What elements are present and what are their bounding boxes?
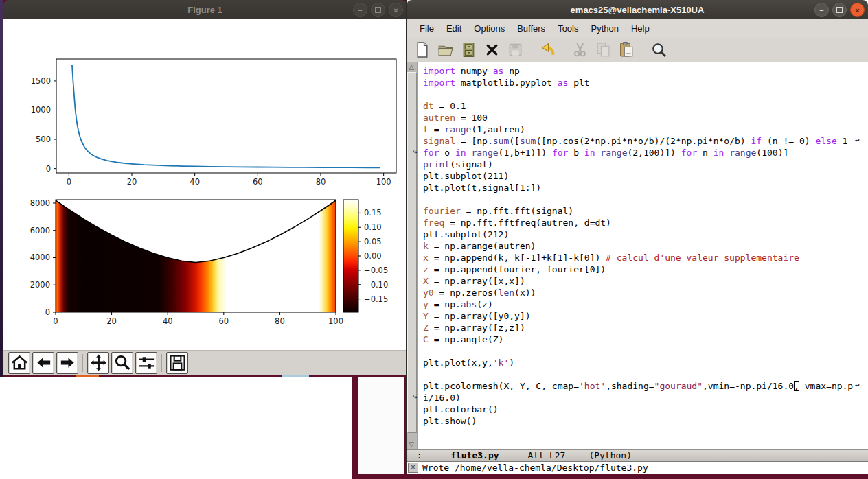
- code-line[interactable]: import matplotlib.pyplot as plt: [423, 77, 853, 89]
- code-line[interactable]: dt = 0.1: [423, 100, 853, 112]
- minibuffer-message: Wrote /home/vella-chemla/Desktop/flute3.…: [422, 463, 648, 473]
- scroll-down-icon[interactable]: ▽: [407, 441, 416, 449]
- minimize-icon[interactable]: −: [353, 3, 367, 17]
- code-line[interactable]: plt.plot(t,signal[1:]): [423, 182, 853, 194]
- code-line[interactable]: t = range(1,autren): [423, 124, 853, 135]
- code-line[interactable]: [423, 89, 853, 100]
- code-line[interactable]: signal = [np.sum([sum([np.cos(2*np.pi*n*…: [423, 135, 853, 147]
- code-line[interactable]: X = np.array([x,x]): [423, 275, 853, 287]
- open-folder-icon[interactable]: [436, 40, 455, 59]
- close-icon[interactable]: ×: [389, 3, 403, 17]
- maximize-icon[interactable]: [371, 3, 385, 17]
- back-icon[interactable]: [32, 352, 54, 374]
- minimize-icon[interactable]: −: [814, 3, 829, 17]
- line-wrap-icon: ↩: [855, 382, 860, 389]
- code-line[interactable]: C = np.angle(Z): [423, 334, 853, 345]
- save-icon[interactable]: [166, 352, 188, 374]
- background-window-right: [358, 377, 404, 474]
- code-line[interactable]: Y = np.array([y0,y]): [423, 310, 853, 322]
- svg-text:−0.10: −0.10: [364, 280, 388, 290]
- minibuffer-icon: ×: [408, 463, 418, 473]
- code-line[interactable]: print(signal): [423, 159, 853, 170]
- toolbar-separator: [643, 42, 643, 58]
- modeline-buffer-name: flute3.py: [450, 450, 499, 460]
- figure-titlebar[interactable]: Figure 1 − ×: [3, 0, 407, 19]
- scroll-up-icon[interactable]: △: [407, 63, 416, 71]
- copy-icon: [594, 40, 613, 59]
- emacs-toolbar: [407, 38, 868, 62]
- new-file-icon[interactable]: [413, 40, 431, 59]
- forward-icon[interactable]: [56, 352, 78, 374]
- toolbar-separator: [564, 42, 564, 58]
- code-editor[interactable]: import numpy as npimport matplotlib.pypl…: [423, 65, 853, 427]
- svg-text:80: 80: [275, 316, 285, 326]
- menu-help[interactable]: Help: [625, 23, 656, 34]
- code-line[interactable]: z = np.append(fourier, fourier[0]): [423, 264, 853, 275]
- pan-icon[interactable]: [87, 352, 109, 374]
- dired-cabinet-icon[interactable]: [459, 40, 478, 59]
- modeline-flags: -:---: [411, 450, 438, 460]
- code-line[interactable]: freq = np.fft.fftfreq(autren, d=dt): [423, 217, 853, 229]
- svg-text:40: 40: [163, 316, 173, 326]
- code-line[interactable]: plt.show(): [423, 415, 853, 427]
- modeline-position: All L27: [528, 450, 566, 460]
- code-line[interactable]: [423, 345, 853, 357]
- code-line[interactable]: [423, 194, 853, 205]
- toolbar-separator: [82, 354, 83, 372]
- code-line[interactable]: y0 = np.zeros(len(x)): [423, 287, 853, 299]
- figure-canvas: 0204060801000500100015000204060801000200…: [3, 19, 407, 350]
- subplots-icon[interactable]: [135, 352, 157, 374]
- line-continuation-icon: ↪: [413, 393, 418, 401]
- svg-text:0: 0: [46, 164, 51, 174]
- svg-text:100: 100: [376, 177, 391, 187]
- search-icon[interactable]: [650, 40, 668, 59]
- emacs-window-title: emacs25@vellachemla-X510UA: [571, 5, 705, 15]
- line-continuation-icon: ↪: [413, 148, 418, 156]
- background-window-left: [0, 377, 352, 479]
- undo-icon[interactable]: [538, 40, 557, 59]
- code-line[interactable]: k = np.arange(autren): [423, 240, 853, 252]
- svg-text:0.10: 0.10: [364, 222, 382, 232]
- svg-text:60: 60: [218, 316, 229, 326]
- code-line[interactable]: plt.subplot(211): [423, 170, 853, 182]
- svg-text:60: 60: [253, 177, 263, 187]
- code-line[interactable]: autren = 100: [423, 112, 853, 124]
- cut-icon: [571, 40, 589, 59]
- code-line[interactable]: fourier = np.fft.fft(signal): [423, 205, 853, 217]
- menu-tools[interactable]: Tools: [551, 23, 584, 34]
- code-line[interactable]: [423, 369, 853, 380]
- menu-python[interactable]: Python: [584, 23, 624, 34]
- emacs-minibuffer[interactable]: × Wrote /home/vella-chemla/Desktop/flute…: [407, 462, 868, 474]
- code-line[interactable]: plt.pcolormesh(X, Y, C, cmap='hot',shadi…: [423, 380, 853, 392]
- maximize-icon[interactable]: [832, 3, 847, 17]
- svg-text:8000: 8000: [30, 198, 50, 208]
- modeline-major-mode: (Python): [589, 450, 632, 460]
- code-line[interactable]: import numpy as np: [423, 65, 853, 77]
- emacs-buffer-area[interactable]: △ ▽ import numpy as npimport matplotlib.…: [407, 62, 868, 449]
- code-line[interactable]: y = np.abs(z): [423, 299, 853, 310]
- menu-edit[interactable]: Edit: [440, 23, 468, 34]
- paste-icon[interactable]: [617, 40, 636, 59]
- emacs-titlebar[interactable]: emacs25@vellachemla-X510UA − ×: [407, 0, 868, 19]
- code-line[interactable]: plt.subplot(212): [423, 229, 853, 240]
- svg-text:80: 80: [316, 177, 326, 187]
- code-line[interactable]: Z = np.array([z,z]): [423, 322, 853, 334]
- zoom-icon[interactable]: [111, 352, 133, 374]
- scrollbar-thumb[interactable]: [407, 72, 417, 433]
- home-icon[interactable]: [8, 352, 30, 374]
- code-line[interactable]: for o in range(1,b+1)]) for b in range(2…: [423, 147, 853, 159]
- svg-text:20: 20: [127, 177, 137, 187]
- close-icon[interactable]: ×: [850, 3, 865, 17]
- code-line[interactable]: plt.plot(x,y,'k'): [423, 357, 853, 369]
- svg-text:6000: 6000: [30, 226, 50, 235]
- menu-buffers[interactable]: Buffers: [511, 23, 551, 34]
- svg-text:0.15: 0.15: [364, 208, 382, 218]
- code-line[interactable]: plt.colorbar(): [423, 404, 853, 415]
- emacs-modeline[interactable]: -:---flute3.pyAll L27(Python): [407, 449, 868, 462]
- scrollbar[interactable]: △ ▽: [407, 62, 418, 449]
- code-line[interactable]: i/16.0)↪: [423, 392, 853, 404]
- menu-options[interactable]: Options: [468, 23, 511, 34]
- code-line[interactable]: x = np.append(k, k[-1]+k[1]-k[0]) # calc…: [423, 252, 853, 264]
- menu-file[interactable]: File: [413, 23, 440, 34]
- close-buffer-icon[interactable]: [483, 40, 501, 59]
